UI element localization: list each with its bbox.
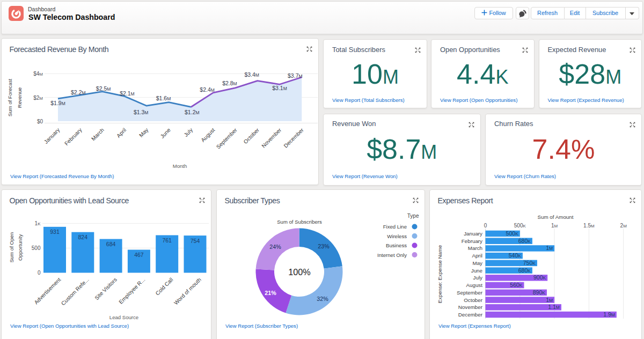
svg-text:August: August bbox=[466, 282, 482, 288]
svg-text:Type: Type bbox=[407, 213, 419, 219]
svg-text:June: June bbox=[159, 127, 172, 139]
svg-text:560K: 560K bbox=[510, 282, 523, 288]
svg-text:$2.8M: $2.8M bbox=[222, 80, 237, 86]
svg-text:Business: Business bbox=[386, 242, 407, 248]
svg-text:Revenue: Revenue bbox=[17, 87, 23, 108]
svg-text:Internet Only: Internet Only bbox=[377, 252, 407, 258]
svg-text:Cold Call: Cold Call bbox=[155, 277, 174, 297]
svg-text:March: March bbox=[90, 127, 105, 142]
svg-text:0: 0 bbox=[484, 223, 487, 229]
svg-text:June: June bbox=[471, 268, 483, 274]
svg-text:21%: 21% bbox=[265, 290, 276, 296]
svg-text:Month: Month bbox=[173, 163, 187, 169]
svg-text:684: 684 bbox=[106, 241, 116, 247]
svg-text:Expense: Expense Name: Expense: Expense Name bbox=[437, 245, 443, 303]
svg-text:$3.1M: $3.1M bbox=[272, 85, 287, 91]
svg-text:January: January bbox=[464, 231, 482, 237]
svg-text:1M: 1M bbox=[546, 245, 553, 251]
svg-text:Wireless: Wireless bbox=[387, 233, 407, 239]
svg-text:824: 824 bbox=[78, 234, 88, 240]
svg-text:1M: 1M bbox=[546, 297, 553, 303]
svg-text:$2.4M: $2.4M bbox=[200, 86, 215, 93]
svg-text:1.9M: 1.9M bbox=[603, 311, 615, 318]
svg-text:500K: 500K bbox=[514, 223, 526, 229]
svg-text:Sum of Subscribers: Sum of Subscribers bbox=[277, 219, 322, 225]
svg-text:Employee R...: Employee R... bbox=[118, 277, 146, 305]
svg-text:February: February bbox=[63, 127, 83, 146]
svg-text:$0: $0 bbox=[37, 119, 43, 124]
svg-text:Lead Source: Lead Source bbox=[109, 314, 138, 320]
svg-text:Custom Refe...: Custom Refe... bbox=[60, 277, 90, 307]
svg-text:April: April bbox=[115, 127, 127, 139]
svg-text:754: 754 bbox=[191, 238, 200, 244]
svg-text:750K: 750K bbox=[523, 260, 536, 266]
svg-text:April: April bbox=[472, 253, 482, 259]
svg-text:1M: 1M bbox=[551, 223, 558, 229]
svg-text:March: March bbox=[468, 245, 482, 251]
svg-text:500: 500 bbox=[32, 245, 41, 251]
svg-text:$1.6M: $1.6M bbox=[156, 95, 171, 101]
svg-text:0: 0 bbox=[38, 270, 41, 276]
svg-text:100%: 100% bbox=[288, 267, 311, 277]
svg-text:Sum of Open: Sum of Open bbox=[9, 232, 14, 263]
svg-text:2M: 2M bbox=[620, 223, 627, 229]
svg-text:July: July bbox=[183, 127, 194, 138]
svg-text:761: 761 bbox=[162, 237, 172, 244]
svg-text:October: October bbox=[243, 127, 261, 145]
svg-text:540K: 540K bbox=[509, 252, 522, 259]
svg-text:$2.5M: $2.5M bbox=[96, 85, 111, 92]
svg-text:$3.7M: $3.7M bbox=[288, 72, 303, 79]
svg-text:August: August bbox=[200, 127, 216, 143]
svg-text:May: May bbox=[138, 127, 150, 138]
svg-text:$1.2M: $1.2M bbox=[185, 109, 200, 115]
svg-text:September: September bbox=[457, 290, 483, 296]
svg-text:December: December bbox=[283, 127, 305, 149]
svg-text:December: December bbox=[458, 312, 483, 318]
svg-text:24%: 24% bbox=[269, 244, 281, 250]
svg-text:Word of mouth: Word of mouth bbox=[173, 277, 202, 306]
svg-text:$2.1M: $2.1M bbox=[120, 90, 135, 97]
svg-text:$1.3M: $1.3M bbox=[134, 109, 149, 115]
svg-text:Advertisement: Advertisement bbox=[33, 277, 62, 306]
svg-text:23%: 23% bbox=[318, 243, 330, 249]
svg-text:680K: 680K bbox=[518, 267, 531, 274]
svg-text:$2M: $2M bbox=[33, 95, 43, 101]
svg-text:931: 931 bbox=[50, 229, 60, 235]
svg-text:Opportunity: Opportunity bbox=[17, 234, 23, 261]
svg-text:November: November bbox=[458, 304, 483, 310]
svg-text:Sum of Forecast: Sum of Forecast bbox=[7, 78, 13, 116]
svg-text:1K: 1K bbox=[35, 220, 41, 226]
svg-text:900K: 900K bbox=[533, 274, 546, 281]
svg-text:32%: 32% bbox=[317, 296, 328, 302]
svg-text:February: February bbox=[462, 238, 482, 244]
svg-text:September: September bbox=[215, 127, 238, 150]
svg-text:500K: 500K bbox=[506, 230, 519, 237]
svg-text:Site Visitors: Site Visitors bbox=[93, 277, 118, 301]
svg-text:$3.4M: $3.4M bbox=[244, 71, 259, 78]
svg-text:680K: 680K bbox=[518, 238, 531, 244]
svg-text:October: October bbox=[464, 297, 483, 303]
svg-text:1.5M: 1.5M bbox=[583, 223, 595, 229]
svg-text:$4M: $4M bbox=[33, 71, 43, 77]
svg-text:January: January bbox=[43, 127, 61, 145]
svg-text:May: May bbox=[472, 260, 482, 266]
svg-text:890K: 890K bbox=[533, 289, 546, 296]
svg-text:November: November bbox=[260, 127, 282, 149]
svg-text:467: 467 bbox=[134, 252, 144, 258]
svg-text:Sum of Amount: Sum of Amount bbox=[538, 214, 574, 220]
svg-text:Fixed Line: Fixed Line bbox=[383, 224, 407, 230]
svg-text:1.1M: 1.1M bbox=[548, 304, 560, 310]
svg-text:July: July bbox=[473, 275, 483, 281]
svg-text:$1.9M: $1.9M bbox=[50, 100, 65, 106]
svg-text:$2.2M: $2.2M bbox=[71, 89, 86, 95]
